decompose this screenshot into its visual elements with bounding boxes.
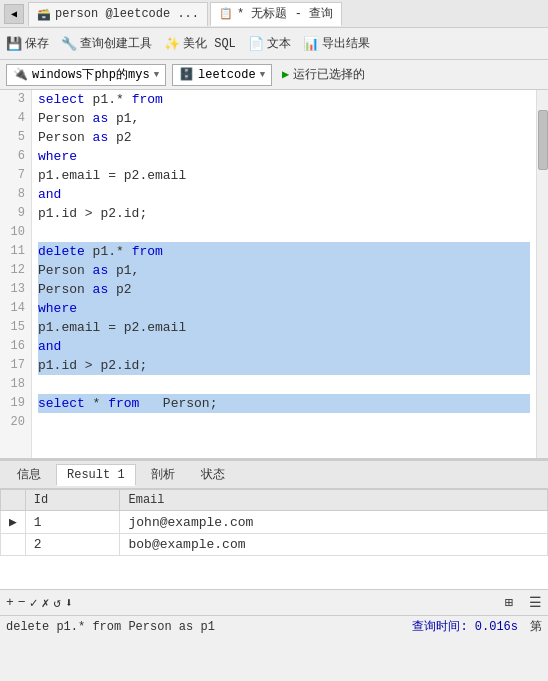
tab-person-label: person @leetcode ... <box>55 7 199 21</box>
code-line: p1.id > p2.id; <box>38 204 530 223</box>
text-icon: 📄 <box>248 36 264 52</box>
connection-dropdown-arrow: ▼ <box>154 70 159 80</box>
connection-icon: 🔌 <box>13 67 28 82</box>
query-create-label: 查询创建工具 <box>80 35 152 52</box>
bottom-tab-bar: 信息Result 1剖析状态 <box>0 461 548 489</box>
tab-arrow-back[interactable]: ◀ <box>4 4 24 24</box>
code-line <box>38 413 530 432</box>
scroll-thumb[interactable] <box>538 110 548 170</box>
line-number: 12 <box>0 261 31 280</box>
tab-person[interactable]: 🗃️ person @leetcode ... <box>28 2 208 26</box>
line-number: 13 <box>0 280 31 299</box>
code-line: Person as p2 <box>38 128 530 147</box>
code-line: delete p1.* from <box>38 242 530 261</box>
grid-icon: ⊞ <box>505 594 513 611</box>
code-line: p1.email = p2.email <box>38 318 530 337</box>
line-number: 10 <box>0 223 31 242</box>
bottom-tab-Result 1[interactable]: Result 1 <box>56 464 136 486</box>
line-number: 5 <box>0 128 31 147</box>
col-header: Email <box>120 490 548 511</box>
run-icon: ▶ <box>282 67 289 82</box>
page-label: 第 <box>530 618 542 635</box>
query-create-button[interactable]: 🔧 查询创建工具 <box>61 35 152 52</box>
line-number: 3 <box>0 90 31 109</box>
line-number: 6 <box>0 147 31 166</box>
confirm-icon[interactable]: ✓ <box>30 595 38 611</box>
connection-bar: 🔌 windows下php的mys ▼ 🗄️ leetcode ▼ ▶ 运行已选… <box>0 60 548 90</box>
tab-query[interactable]: 📋 * 无标题 - 查询 <box>210 2 342 26</box>
cell-id: 2 <box>25 534 120 556</box>
code-line: p1.id > p2.id; <box>38 356 530 375</box>
cancel-icon[interactable]: ✗ <box>41 595 49 611</box>
run-button[interactable]: ▶ 运行已选择的 <box>282 66 365 83</box>
code-line: where <box>38 299 530 318</box>
code-line <box>38 223 530 242</box>
toolbar: 💾 保存 🔧 查询创建工具 ✨ 美化 SQL 📄 文本 📊 导出结果 <box>0 28 548 60</box>
cell-email: bob@example.com <box>120 534 548 556</box>
row-arrow: ▶ <box>1 511 26 534</box>
beautify-label: 美化 SQL <box>183 35 236 52</box>
code-line: select * from Person; <box>38 394 530 413</box>
line-number: 15 <box>0 318 31 337</box>
line-number: 14 <box>0 299 31 318</box>
download-icon[interactable]: ⬇ <box>65 595 73 611</box>
code-line: Person as p2 <box>38 280 530 299</box>
refresh-icon[interactable]: ↺ <box>53 595 61 611</box>
bottom-tab-信息[interactable]: 信息 <box>6 464 52 486</box>
bottom-tab-状态[interactable]: 状态 <box>190 464 236 486</box>
text-button[interactable]: 📄 文本 <box>248 35 291 52</box>
connection-label: windows下php的mys <box>32 66 150 83</box>
status-icons: +−✓✗↺⬇ <box>6 595 73 611</box>
code-editor[interactable]: 34567891011121314151617181920 select p1.… <box>0 90 548 460</box>
database-select[interactable]: 🗄️ leetcode ▼ <box>172 64 272 86</box>
table-row[interactable]: ▶1john@example.com <box>1 511 548 534</box>
code-line: where <box>38 147 530 166</box>
save-label: 保存 <box>25 35 49 52</box>
line-numbers: 34567891011121314151617181920 <box>0 90 32 458</box>
line-number: 17 <box>0 356 31 375</box>
remove-icon[interactable]: − <box>18 595 26 611</box>
code-content[interactable]: select p1.* fromPerson as p1,Person as p… <box>32 90 536 458</box>
line-number: 8 <box>0 185 31 204</box>
add-icon[interactable]: + <box>6 595 14 611</box>
bottom-tab-剖析[interactable]: 剖析 <box>140 464 186 486</box>
database-label: leetcode <box>198 68 256 82</box>
code-line: select p1.* from <box>38 90 530 109</box>
query-create-icon: 🔧 <box>61 36 77 52</box>
table-icon: 🗃️ <box>37 8 51 21</box>
database-icon: 🗄️ <box>179 67 194 82</box>
line-number: 7 <box>0 166 31 185</box>
export-label: 导出结果 <box>322 35 370 52</box>
status-query-text: delete p1.* from Person as p1 <box>6 620 215 634</box>
run-label: 运行已选择的 <box>293 66 365 83</box>
line-number: 11 <box>0 242 31 261</box>
col-header: Id <box>25 490 120 511</box>
save-button[interactable]: 💾 保存 <box>6 35 49 52</box>
code-line: Person as p1, <box>38 261 530 280</box>
code-line <box>38 375 530 394</box>
line-number: 18 <box>0 375 31 394</box>
cell-id: 1 <box>25 511 120 534</box>
connection-select[interactable]: 🔌 windows下php的mys ▼ <box>6 64 166 86</box>
bottom-text-bar: delete p1.* from Person as p1 查询时间: 0.01… <box>0 615 548 637</box>
line-number: 19 <box>0 394 31 413</box>
query-icon: 📋 <box>219 7 233 20</box>
export-button[interactable]: 📊 导出结果 <box>303 35 370 52</box>
line-number: 16 <box>0 337 31 356</box>
code-line: and <box>38 337 530 356</box>
save-icon: 💾 <box>6 36 22 52</box>
code-line: p1.email = p2.email <box>38 166 530 185</box>
beautify-button[interactable]: ✨ 美化 SQL <box>164 35 236 52</box>
line-number: 4 <box>0 109 31 128</box>
text-label: 文本 <box>267 35 291 52</box>
beautify-icon: ✨ <box>164 36 180 52</box>
export-icon: 📊 <box>303 36 319 52</box>
table-row[interactable]: 2bob@example.com <box>1 534 548 556</box>
database-dropdown-arrow: ▼ <box>260 70 265 80</box>
line-number: 20 <box>0 413 31 432</box>
code-line: and <box>38 185 530 204</box>
scrollbar[interactable] <box>536 90 548 458</box>
code-line: Person as p1, <box>38 109 530 128</box>
result-wrapper: IdEmail▶1john@example.com2bob@example.co… <box>0 489 548 589</box>
cell-email: john@example.com <box>120 511 548 534</box>
